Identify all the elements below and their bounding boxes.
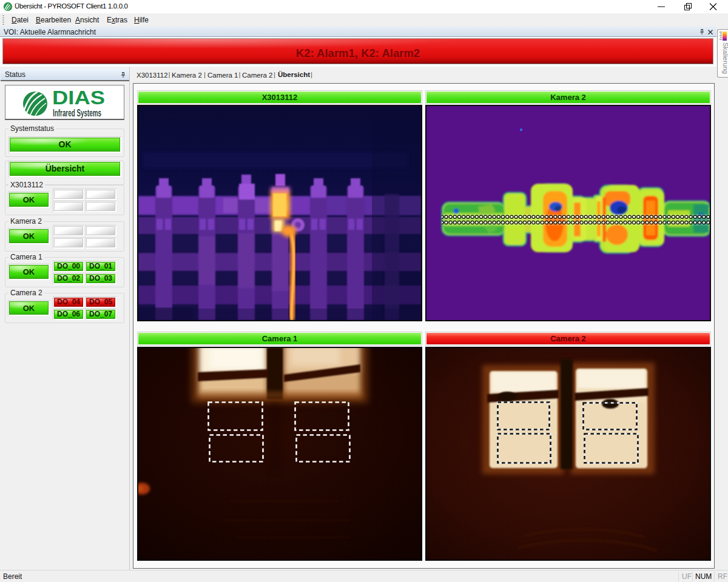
svg-text:Infrared Systems: Infrared Systems — [53, 108, 101, 118]
svg-text:Skalierung: Skalierung — [722, 42, 728, 74]
svg-text:DIAS: DIAS — [52, 87, 105, 109]
